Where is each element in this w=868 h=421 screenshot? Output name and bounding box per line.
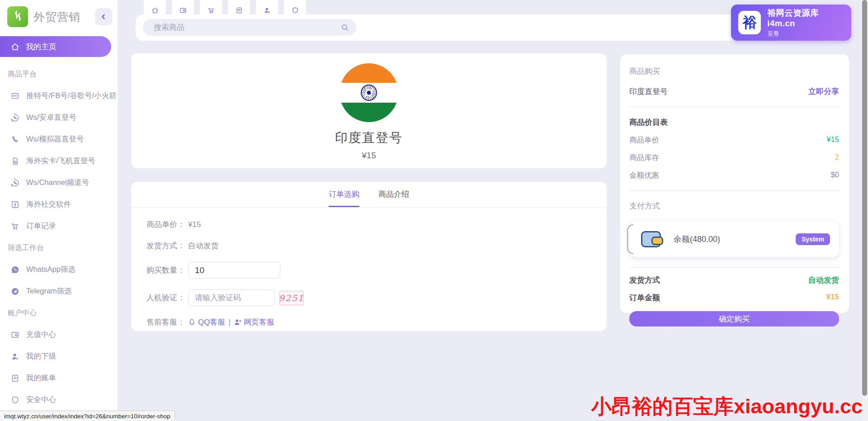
quick-tab-orders[interactable]: [200, 0, 222, 17]
separator: |: [228, 318, 230, 327]
quantity-label: 购买数量：: [146, 265, 188, 275]
phone-icon: [11, 135, 19, 144]
divider: [629, 190, 839, 191]
credit-card-icon: [179, 7, 187, 14]
telegram-icon: [11, 287, 19, 296]
sidebar-item-label: 我的主页: [26, 42, 57, 52]
wallet-icon: [641, 231, 661, 247]
sidebar: 外贸营销 我的主页 商品平台 推特号/FB号/谷歌号/小火箭 Ws/安卓直登号 …: [0, 0, 118, 421]
sidebar-item-home[interactable]: 我的主页: [0, 36, 111, 57]
stock-row-label: 商品库存: [629, 153, 659, 163]
user-badge[interactable]: 裕 裕网云资源库i4m.cn 至尊: [731, 5, 851, 41]
sidebar-item-overseas-sim[interactable]: 海外实卡/飞机直登号: [0, 150, 118, 172]
sidebar-item-ws-android[interactable]: Ws/安卓直登号: [0, 107, 118, 128]
sidebar-collapse-button[interactable]: [95, 8, 112, 25]
payment-title: 支付方式: [629, 201, 839, 211]
cart-icon: [11, 222, 19, 231]
selected-bracket: [627, 224, 633, 254]
tab-product-intro[interactable]: 商品介绍: [378, 189, 409, 207]
web-service-link[interactable]: 网页客服: [234, 317, 274, 327]
confirm-purchase-button[interactable]: 确定购买: [629, 311, 839, 326]
search-box: [143, 19, 356, 36]
sidebar-item-label: 海外社交软件: [26, 199, 71, 209]
order-card: 订单选购 商品介绍 商品单价： ¥15 发货方式： 自动发货 购买数量： 人机验…: [131, 182, 607, 331]
stock-row-value: 2: [835, 153, 839, 163]
share-link[interactable]: 立即分享: [808, 86, 839, 97]
panel-title: 商品购买: [629, 66, 839, 76]
sidebar-item-telegram-filter[interactable]: Telegram筛选: [0, 280, 118, 302]
unit-price-value: ¥15: [188, 220, 201, 229]
sidebar-item-overseas-social[interactable]: 海外社交软件: [0, 194, 118, 215]
quick-tab-recharge[interactable]: [172, 0, 194, 17]
chevron-left-icon: [100, 13, 107, 20]
qq-service-link[interactable]: QQ客服: [188, 317, 225, 327]
captcha-image[interactable]: 9251: [279, 291, 304, 305]
credit-card-icon: [11, 331, 19, 339]
discount-row-value: $0: [831, 170, 839, 180]
sidebar-item-order-history[interactable]: 订单记录: [0, 215, 118, 237]
sidebar-item-subordinates[interactable]: 我的下级: [0, 345, 118, 367]
payment-method-balance[interactable]: 余额(480.00) System: [629, 221, 839, 257]
sidebar-item-recharge[interactable]: 充值中心: [0, 324, 118, 345]
unit-price-label: 商品单价：: [146, 219, 188, 230]
sidebar-item-ws-channel[interactable]: Ws/Channel频道号: [0, 172, 118, 194]
sidebar-item-bills[interactable]: 我的账单: [0, 367, 118, 389]
chat-icon: [11, 92, 19, 100]
user-star-icon: [264, 7, 271, 14]
qq-icon: [188, 318, 196, 326]
sidebar-section-account: 账户中心: [0, 302, 118, 324]
quick-tab-subordinates[interactable]: [256, 0, 278, 17]
sim-card-icon: [11, 157, 19, 166]
search-input[interactable]: [154, 23, 341, 32]
panel-product-name: 印度直登号: [629, 86, 668, 97]
sidebar-item-label: Ws/模拟器直登号: [26, 134, 84, 144]
user-avatar: 裕: [738, 11, 761, 34]
quantity-input[interactable]: [188, 262, 280, 279]
scrollbar-thumb[interactable]: [862, 0, 867, 396]
whatsapp-icon: [11, 114, 19, 122]
sidebar-item-label: 我的账单: [26, 373, 56, 383]
home-icon: [151, 7, 159, 14]
app-logo: [7, 6, 28, 27]
quick-tab-home[interactable]: [144, 0, 166, 17]
presale-service-label: 售前客服：: [146, 317, 188, 327]
search-icon[interactable]: [341, 24, 349, 32]
user-star-icon: [11, 352, 19, 361]
amount-summary-label: 订单金额: [629, 293, 660, 303]
divider: [629, 107, 839, 107]
main-area: 裕 裕网云资源库i4m.cn 至尊 印度直登号 ¥15 订单选购 商品介绍 商品…: [118, 0, 868, 421]
price-row-label: 商品单价: [629, 135, 659, 145]
delivery-summary-label: 发货方式: [629, 275, 660, 285]
whatsapp-icon: [11, 179, 19, 187]
payment-method-label: 余额(480.00): [674, 234, 796, 245]
bill-icon: [11, 374, 19, 383]
sidebar-section-filter: 筛选工作台: [0, 237, 118, 259]
purchase-panel: 商品购买 印度直登号 立即分享 商品价目表 商品单价 ¥15 商品库存 2 金额…: [620, 54, 849, 313]
quick-tab-strip: [144, 0, 306, 17]
quick-tab-security[interactable]: [284, 0, 306, 17]
sidebar-item-label: 我的下级: [26, 351, 56, 361]
delivery-method-label: 发货方式：: [146, 241, 188, 251]
tab-order-select[interactable]: 订单选购: [329, 189, 359, 207]
shield-icon: [292, 7, 299, 14]
quick-tab-bills[interactable]: [228, 0, 250, 17]
product-price: ¥15: [362, 151, 376, 161]
qq-service-label: QQ客服: [198, 317, 225, 327]
sidebar-item-label: 海外实卡/飞机直登号: [26, 156, 95, 166]
captcha-input[interactable]: [188, 289, 275, 306]
watermark-text: 小昂裕的百宝库xiaoangyu.cc: [591, 393, 863, 420]
sidebar-item-whatsapp-filter[interactable]: WhatsApp筛选: [0, 259, 118, 280]
product-card: 印度直登号 ¥15: [131, 53, 607, 168]
sidebar-item-security[interactable]: 安全中心: [0, 389, 118, 411]
system-badge: System: [796, 233, 830, 245]
page-scrollbar[interactable]: [861, 0, 868, 421]
sidebar-item-label: Ws/Channel频道号: [26, 178, 89, 188]
whatsapp-filled-icon: [11, 265, 19, 274]
sidebar-item-label: WhatsApp筛选: [26, 265, 75, 274]
sidebar-item-twitter-fb-google[interactable]: 推特号/FB号/谷歌号/小火箭: [0, 85, 118, 107]
sidebar-item-label: 订单记录: [26, 221, 56, 231]
sidebar-item-ws-emulator[interactable]: Ws/模拟器直登号: [0, 128, 118, 150]
wave-logo-icon: [11, 10, 24, 24]
browser-status-url: imqt.wtyz.cn/user/index/index?id=26&numb…: [0, 411, 175, 421]
chakra-icon: [361, 85, 377, 101]
